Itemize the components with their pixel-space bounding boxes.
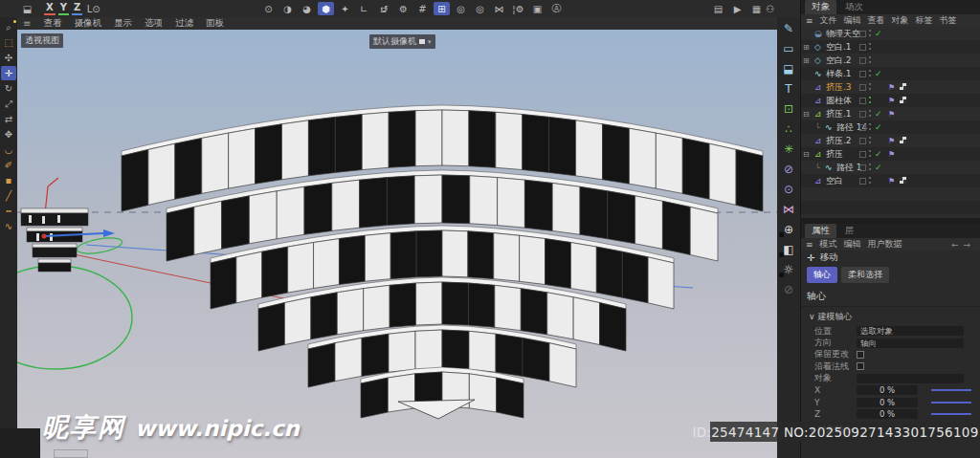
checkbox-field[interactable]: [857, 351, 864, 359]
visibility-dots-icon[interactable]: [869, 83, 871, 85]
percent-field[interactable]: 0 %: [857, 409, 918, 419]
array-generator-icon[interactable]: ✳: [779, 141, 798, 157]
object-menu-item[interactable]: 书签: [940, 14, 957, 27]
enabled-check-icon[interactable]: ✓: [875, 69, 882, 79]
object-row[interactable]: ⊟⊿挤压✓⚑: [801, 147, 980, 161]
visibility-dots-icon[interactable]: [869, 164, 871, 165]
object-menu-item[interactable]: 对象: [892, 14, 909, 27]
slider[interactable]: [931, 402, 971, 403]
editor-toggle-icon[interactable]: [859, 124, 866, 131]
view-label-chip[interactable]: 透视视图: [21, 33, 63, 48]
percent-field[interactable]: 0 %: [857, 398, 918, 407]
light-icon[interactable]: ☼: [779, 261, 798, 277]
enabled-check-icon[interactable]: ✓: [875, 149, 882, 160]
object-row[interactable]: ⊿圆柱体⚑: [801, 94, 980, 107]
object-label[interactable]: 挤压.3: [826, 82, 852, 93]
line-cut-icon[interactable]: ┅: [1, 204, 16, 218]
object-label[interactable]: 挤压.2: [826, 136, 852, 146]
arc-pen-icon[interactable]: ◡: [1, 142, 16, 157]
symmetry-axis-icon[interactable]: ¦⚙: [510, 2, 526, 15]
visibility-dots-icon[interactable]: [869, 123, 871, 125]
viewport-menu-burger-icon[interactable]: ≡: [23, 18, 31, 29]
enabled-check-icon[interactable]: ✓: [875, 29, 882, 39]
material-disabled-icon[interactable]: ⊘: [779, 281, 798, 297]
visibility-dots-icon[interactable]: [869, 137, 871, 139]
editor-toggle-icon[interactable]: [859, 44, 866, 51]
object-row[interactable]: └∿路径 1✓: [801, 161, 980, 174]
viewport-menu-item[interactable]: 摄像机: [74, 17, 101, 30]
nav-back-icon[interactable]: ←: [951, 240, 959, 250]
environment-icon[interactable]: ⊕: [779, 221, 798, 237]
object-menu-item[interactable]: 文件: [820, 14, 837, 27]
object-label[interactable]: 空白.1: [826, 42, 852, 53]
phong-tag-icon[interactable]: ⚑: [888, 96, 895, 106]
attribute-menu-item[interactable]: 模式: [820, 238, 837, 251]
object-row[interactable]: ◒物理天空✓: [801, 27, 980, 40]
axis-lock-x[interactable]: X: [44, 2, 56, 15]
object-menu-item[interactable]: 标签: [916, 14, 933, 27]
editor-toggle-icon[interactable]: [859, 178, 866, 185]
subdivision-surface-icon[interactable]: ⊡: [779, 100, 798, 117]
visibility-dots-icon[interactable]: [869, 30, 871, 32]
shield-icon[interactable]: ▣: [529, 2, 546, 15]
cloner-icon[interactable]: ∴: [779, 120, 798, 137]
attribute-tab[interactable]: 属性: [805, 224, 836, 238]
enabled-check-icon[interactable]: ✓: [875, 122, 882, 133]
editor-toggle-icon[interactable]: [859, 71, 866, 77]
live-selection-icon[interactable]: ⌕: [1, 20, 16, 34]
expander-icon[interactable]: ⊞: [803, 42, 810, 53]
enabled-check-icon[interactable]: ✓: [875, 163, 882, 173]
editor-toggle-icon[interactable]: [859, 84, 866, 91]
expander-icon[interactable]: ⊟: [803, 149, 810, 160]
shading-quarter-icon[interactable]: ◕: [299, 2, 315, 15]
percent-field[interactable]: 0 %: [857, 385, 918, 395]
object-row[interactable]: └∿路径 14✓: [801, 120, 980, 134]
object-label[interactable]: 空白: [826, 176, 843, 186]
object-menu-item[interactable]: 查看: [868, 14, 885, 27]
object-label[interactable]: 物理天空: [826, 29, 860, 39]
bend-deformer-icon[interactable]: ⊘: [779, 161, 798, 177]
move-tool-icon[interactable]: ✛: [1, 66, 16, 80]
viewport-menu-item[interactable]: 显示: [114, 17, 132, 30]
phong-tag-icon[interactable]: ⚑: [888, 136, 895, 146]
visibility-dots-icon[interactable]: [869, 177, 871, 179]
shading-points-icon[interactable]: ✦: [337, 2, 353, 15]
object-row[interactable]: ⊿挤压.2⚑: [801, 134, 980, 147]
account-icon[interactable]: ⚇: [762, 2, 778, 15]
viewport-menu-item[interactable]: 面板: [206, 17, 224, 30]
dropdown-field[interactable]: 轴向: [857, 338, 964, 348]
phong-tag-icon[interactable]: ⚑: [888, 109, 895, 120]
workplane-box-icon[interactable]: ⬓: [19, 2, 35, 15]
texture-tag-icon[interactable]: [900, 83, 906, 90]
texture-tag-icon[interactable]: [900, 97, 906, 103]
motext-icon[interactable]: T: [779, 80, 798, 97]
mode-button[interactable]: 柔和选择: [841, 267, 889, 283]
editor-toggle-icon[interactable]: [859, 31, 866, 37]
spline-pen-icon[interactable]: ✎: [779, 20, 798, 36]
camera-icon[interactable]: ◧: [779, 241, 798, 257]
phong-tag-icon[interactable]: ⚑: [888, 149, 895, 160]
object-row[interactable]: ⊞◇空白.1: [801, 40, 980, 54]
auto-icon[interactable]: Ⓐ: [548, 2, 565, 15]
viewport-canvas[interactable]: 透视视图 默认摄像机 ▾: [17, 30, 777, 458]
attribute-menu-burger-icon[interactable]: ≡: [806, 240, 813, 250]
shading-cube-icon[interactable]: ⬢: [318, 2, 334, 15]
object-menu-item[interactable]: 编辑: [844, 14, 861, 27]
spline-smooth-icon[interactable]: ∿: [1, 219, 16, 233]
shading-dot-icon[interactable]: ⊙: [260, 2, 277, 15]
visibility-dots-icon[interactable]: [869, 56, 871, 58]
viewport-menu-item[interactable]: 查看: [43, 17, 61, 30]
editor-toggle-icon[interactable]: [859, 57, 866, 64]
render-view-icon[interactable]: ▤: [710, 2, 726, 15]
rotate-ring-icon[interactable]: ↺: [376, 2, 392, 15]
knife-icon[interactable]: ╱: [1, 188, 16, 203]
visibility-dots-icon[interactable]: [869, 110, 871, 112]
object-row[interactable]: ⊿空白⚑: [801, 174, 980, 187]
rectangle-spline-icon[interactable]: ▭: [779, 40, 798, 56]
object-row[interactable]: ⊞◇空白.2: [801, 54, 980, 67]
enabled-check-icon[interactable]: ✓: [875, 109, 882, 120]
group-modeling-axis[interactable]: ∨ 建模轴心: [801, 307, 980, 325]
target-dim-icon[interactable]: ◎: [453, 2, 469, 15]
visibility-dots-icon[interactable]: [869, 150, 871, 152]
pen-icon[interactable]: ✐: [1, 158, 16, 172]
